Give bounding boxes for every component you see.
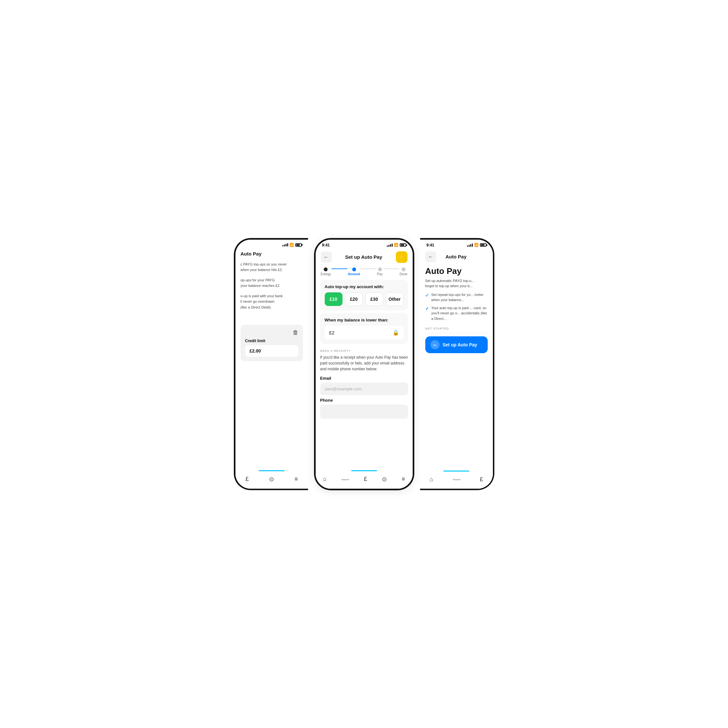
lightning-button[interactable]: ⚡ — [396, 251, 407, 263]
receipt-section: NEED A RECEIPT? If you'd like a receipt … — [316, 347, 413, 424]
status-bar-right: 9:41 📶 — [420, 240, 493, 249]
status-time-center: 9:41 — [322, 243, 330, 248]
amount-btn-30[interactable]: £30 — [366, 292, 383, 306]
check-icon-1: ✓ — [425, 292, 429, 299]
battery-icon-center — [400, 243, 406, 247]
topup-card-label: Auto top-up my account with: — [325, 284, 404, 289]
credit-value: £2.00 — [245, 345, 298, 357]
step-pay: Pay — [377, 268, 382, 276]
phone-label: Phone — [320, 398, 408, 403]
nav-item-pound-left[interactable]: £ — [245, 476, 249, 483]
bottom-nav-right: ⌂ ◦—◦ £ — [420, 473, 493, 489]
nav-item-account-right[interactable]: £ — [480, 476, 483, 483]
amount-btn-20[interactable]: £20 — [345, 292, 363, 306]
step-line-3 — [383, 268, 399, 269]
check-text-1: Set repeat top-ups for yo... meter when … — [431, 292, 488, 303]
balance-card: When my balance is lower than: £2 🔒 — [320, 313, 408, 344]
header-center: ← Set up Auto Pay ⚡ — [316, 249, 413, 264]
nav-item-account-center[interactable]: £ — [364, 476, 367, 483]
nav-item-home-center[interactable]: ⌂ — [323, 476, 326, 483]
nav-item-activity-center[interactable]: ◦—◦ — [341, 477, 349, 482]
balance-value: £2 — [329, 330, 335, 335]
wifi-icon-left: 📶 — [289, 243, 294, 247]
step-dot-amount — [352, 268, 356, 271]
amount-btn-other[interactable]: Other — [386, 292, 404, 306]
check-icon-2: ✓ — [425, 306, 429, 312]
nav-indicator-right — [444, 471, 469, 471]
nav-item-menu-left[interactable]: ≡ — [294, 476, 298, 483]
signal-icon-right — [467, 243, 473, 247]
delete-icon[interactable]: 🗑 — [293, 329, 298, 336]
email-placeholder: sam@example.com — [325, 387, 362, 392]
wifi-icon-right: 📶 — [474, 243, 479, 247]
balance-card-label: When my balance is lower than: — [325, 318, 404, 323]
receipt-description: If you'd like a receipt when your Auto P… — [320, 355, 408, 372]
step-dot-pay — [378, 268, 382, 271]
signal-icon-left — [282, 243, 288, 246]
balance-input-row[interactable]: £2 🔒 — [325, 326, 404, 340]
setup-btn-label: Set up Auto Pay — [443, 342, 477, 347]
status-bar-left: 📶 — [236, 240, 308, 248]
phone-input[interactable] — [320, 405, 408, 419]
wifi-icon-center: 📶 — [394, 243, 398, 247]
step-label-pay: Pay — [377, 272, 382, 276]
divider-right — [425, 333, 488, 333]
step-dot-energy — [324, 268, 327, 271]
left-text-1: c PAYG top-ups so you never when your ba… — [241, 262, 303, 273]
lock-icon: 🔒 — [393, 330, 399, 336]
autopay-main-title: Auto Pay — [425, 266, 488, 278]
status-time-right: 9:41 — [427, 243, 434, 248]
status-bar-center: 9:41 📶 — [316, 240, 413, 249]
nav-item-activity-right[interactable]: ◦—◦ — [453, 477, 460, 482]
step-dot-done — [402, 268, 405, 271]
battery-icon-left — [295, 243, 302, 247]
step-line-1 — [332, 268, 347, 269]
infinity-icon: ∞ — [433, 343, 436, 347]
amount-btn-10[interactable]: £10 — [325, 292, 343, 306]
stepper: Energy Amount Pay Done — [316, 264, 413, 277]
lightning-icon: ⚡ — [398, 254, 405, 261]
nav-item-menu-center[interactable]: ≡ — [402, 476, 405, 483]
nav-indicator-left — [259, 470, 284, 471]
left-text-3: o-up is paid with your bank ll never go … — [241, 293, 303, 310]
credit-box: 🗑 Credit limit £2.00 — [241, 325, 303, 361]
get-started-label: GET STARTED — [420, 326, 493, 333]
battery-icon-right — [480, 243, 486, 247]
setup-autopay-button[interactable]: ∞ Set up Auto Pay — [425, 336, 488, 353]
header-title-center: Set up Auto Pay — [345, 254, 382, 260]
step-label-amount: Amount — [348, 272, 360, 276]
step-line-2 — [361, 268, 376, 269]
step-label-done: Done — [400, 272, 407, 276]
header-right: ← Auto Pay — [420, 249, 493, 264]
back-button-center[interactable]: ← — [321, 252, 332, 263]
autopay-description: Set up automatic PAYG top-u...forget to … — [425, 278, 488, 289]
amount-options: £10 £20 £30 Other — [325, 292, 404, 306]
email-input[interactable]: sam@example.com — [320, 382, 408, 395]
topup-card: Auto top-up my account with: £10 £20 £30… — [320, 280, 408, 310]
bottom-nav-center: ⌂ ◦—◦ £ ⊙ ≡ — [316, 473, 413, 489]
page-title-left: Auto Pay — [236, 248, 308, 258]
scene: 📶 Auto Pay c PAYG top-ups so you never w… — [219, 225, 510, 503]
nav-item-help-left[interactable]: ⊙ — [269, 476, 274, 483]
nav-item-help-center[interactable]: ⊙ — [382, 476, 387, 483]
bottom-nav-left: £ ⊙ ≡ — [236, 473, 308, 489]
nav-item-home-right[interactable]: ⌂ — [430, 476, 433, 483]
step-label-energy: Energy — [321, 272, 331, 276]
step-energy: Energy — [321, 268, 331, 276]
step-amount: Amount — [348, 268, 360, 276]
email-label: Email — [320, 376, 408, 381]
step-done: Done — [400, 268, 407, 276]
receipt-section-label: NEED A RECEIPT? — [320, 349, 408, 353]
check-item-1: ✓ Set repeat top-ups for yo... meter whe… — [425, 292, 488, 303]
nav-indicator-center — [351, 470, 377, 471]
phone-center: 9:41 📶 ← Set up Auto Pay — [314, 238, 414, 490]
check-list: ✓ Set repeat top-ups for yo... meter whe… — [420, 292, 493, 321]
credit-label: Credit limit — [245, 339, 298, 343]
setup-btn-icon: ∞ — [430, 340, 439, 349]
left-text-2: op-ups for your PAYG your balance reache… — [241, 277, 303, 289]
phone-left: 📶 Auto Pay c PAYG top-ups so you never w… — [234, 238, 308, 490]
header-title-right: Auto Pay — [445, 254, 466, 259]
back-button-right[interactable]: ← — [425, 251, 436, 262]
phone-right: 9:41 📶 ← Auto Pay — [420, 238, 494, 490]
check-item-2: ✓ Your auto top-up is paid ... card, so … — [425, 305, 488, 321]
